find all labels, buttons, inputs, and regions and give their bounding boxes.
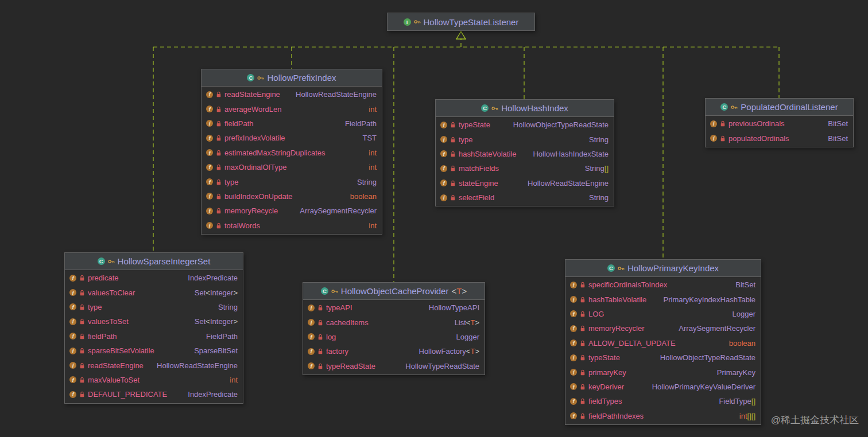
lock-icon: [580, 369, 586, 376]
field-row-log[interactable]: flogLogger: [303, 330, 485, 344]
field-type: BitSet: [828, 134, 848, 143]
field-row-valuesToSet[interactable]: fvaluesToSetSet<Integer>: [65, 314, 243, 329]
field-type: String: [589, 135, 609, 144]
lock-icon: [216, 150, 222, 156]
class-hollow-hash-index[interactable]: C HollowHashIndex ftypeStateHollowObject…: [435, 99, 614, 206]
field-icon: f: [69, 333, 76, 340]
field-row-estimatedMaxStringDuplicates[interactable]: festimatedMaxStringDuplicatesint: [202, 146, 382, 160]
class-icon: C: [720, 103, 728, 111]
field-type: int: [369, 221, 377, 230]
field-icon: f: [206, 208, 213, 214]
class-hollow-type-state-listener[interactable]: I HollowTypeStateListener: [387, 13, 535, 31]
field-row-typeReadState[interactable]: ftypeReadStateHollowTypeReadState: [303, 359, 485, 373]
lock-icon: [79, 290, 85, 296]
class-header[interactable]: C HollowObjectCacheProvider <T>: [303, 283, 485, 300]
field-row-maxValueToSet[interactable]: fmaxValueToSetint: [65, 373, 243, 387]
class-header[interactable]: C HollowSparseIntegerSet: [65, 253, 243, 270]
field-type: List<T>: [455, 318, 479, 327]
lock-icon: [317, 319, 323, 326]
lock-icon: [216, 208, 222, 214]
field-icon: f: [69, 318, 76, 325]
field-row-predicate[interactable]: fpredicateIndexPredicate: [65, 271, 243, 285]
field-row-type[interactable]: ftypeString: [65, 300, 243, 314]
class-hollow-prefix-index[interactable]: C HollowPrefixIndex freadStateEngineHoll…: [201, 69, 382, 235]
field-icon: f: [308, 319, 315, 326]
class-title: HollowPrefixIndex: [267, 73, 336, 83]
lock-icon: [317, 334, 323, 340]
field-type: HollowTypeAPI: [429, 303, 479, 312]
field-row-typeState[interactable]: ftypeStateHollowObjectTypeReadState: [436, 118, 614, 132]
field-type: HollowReadStateEngine: [296, 90, 377, 99]
class-header[interactable]: C HollowHashIndex: [436, 100, 614, 117]
field-row-type[interactable]: ftypeString: [436, 132, 614, 146]
field-icon: f: [308, 348, 315, 355]
field-name: ALLOW_DELTA_UPDATE: [588, 339, 676, 348]
field-row-DEFAULT_PREDICATE[interactable]: fDEFAULT_PREDICATEIndexPredicate: [65, 387, 243, 401]
field-row-fieldPath[interactable]: ffieldPathFieldPath: [65, 329, 243, 344]
class-header[interactable]: C HollowPrefixIndex: [202, 69, 382, 87]
field-name: memoryRecycle: [224, 206, 278, 215]
field-row-factory[interactable]: ffactoryHollowFactory<T>: [303, 344, 485, 358]
class-title: HollowObjectCacheProvider: [341, 286, 449, 296]
field-row-fieldTypes[interactable]: ffieldTypesFieldType[]: [565, 394, 761, 408]
field-row-fieldPathIndexes[interactable]: ffieldPathIndexesint[][]: [565, 409, 761, 423]
field-row-memoryRecycler[interactable]: fmemoryRecyclerArraySegmentRecycler: [565, 321, 761, 335]
field-icon: f: [570, 412, 577, 419]
field-name: maxOrdinalOfType: [224, 163, 286, 171]
field-row-sparseBitSetVolatile[interactable]: fsparseBitSetVolatileSparseBitSet: [65, 344, 243, 358]
field-row-fieldPath[interactable]: ffieldPathFieldPath: [202, 116, 382, 131]
field-row-populatedOrdinals[interactable]: fpopulatedOrdinalsBitSet: [706, 131, 853, 145]
field-row-buildIndexOnUpdate[interactable]: fbuildIndexOnUpdateboolean: [202, 189, 382, 204]
field-row-hashTableVolatile[interactable]: fhashTableVolatilePrimaryKeyIndexHashTab…: [565, 292, 761, 306]
lock-icon: [79, 377, 85, 383]
field-row-primaryKey[interactable]: fprimaryKeyPrimaryKey: [565, 365, 761, 379]
field-row-specificOrdinalsToIndex[interactable]: fspecificOrdinalsToIndexBitSet: [565, 278, 761, 292]
key-icon: [731, 104, 738, 111]
class-icon: C: [607, 264, 615, 272]
field-row-totalWords[interactable]: ftotalWordsint: [202, 219, 382, 233]
class-populated-ordinal-listener[interactable]: C PopulatedOrdinalListener fpreviousOrdi…: [705, 98, 854, 147]
field-type: SparseBitSet: [194, 346, 238, 355]
field-type: ArraySegmentRecycler: [300, 206, 377, 215]
field-icon: f: [206, 149, 213, 156]
field-type: String: [218, 303, 238, 311]
field-type: HollowObjectTypeReadState: [660, 353, 755, 362]
field-row-selectField[interactable]: fselectFieldString: [436, 190, 614, 205]
class-icon: C: [98, 257, 105, 265]
field-row-averageWordLen[interactable]: faverageWordLenint: [202, 102, 382, 116]
field-row-maxOrdinalOfType[interactable]: fmaxOrdinalOfTypeint: [202, 160, 382, 174]
class-hollow-object-cache-provider[interactable]: C HollowObjectCacheProvider <T> ftypeAPI…: [303, 282, 485, 375]
field-row-prefixIndexVolatile[interactable]: fprefixIndexVolatileTST: [202, 131, 382, 145]
field-row-type[interactable]: ftypeString: [202, 174, 382, 189]
field-row-typeState[interactable]: ftypeStateHollowObjectTypeReadState: [565, 350, 761, 365]
class-header[interactable]: I HollowTypeStateListener: [388, 13, 534, 30]
field-row-typeAPI[interactable]: ftypeAPIHollowTypeAPI: [303, 301, 485, 315]
field-row-readStateEngine[interactable]: freadStateEngineHollowReadStateEngine: [202, 87, 382, 102]
field-row-matchFields[interactable]: fmatchFieldsString[]: [436, 161, 614, 175]
class-header[interactable]: C PopulatedOrdinalListener: [706, 99, 853, 116]
field-list: ftypeStateHollowObjectTypeReadStateftype…: [436, 117, 614, 206]
field-icon: f: [570, 282, 577, 288]
field-type: int: [369, 105, 377, 114]
field-row-memoryRecycle[interactable]: fmemoryRecycleArraySegmentRecycler: [202, 204, 382, 218]
field-row-hashStateVolatile[interactable]: fhashStateVolatileHollowHashIndexState: [436, 147, 614, 161]
field-name: predicate: [88, 274, 118, 282]
field-row-previousOrdinals[interactable]: fpreviousOrdinalsBitSet: [706, 116, 853, 131]
key-icon: [618, 265, 625, 272]
field-row-keyDeriver[interactable]: fkeyDeriverHollowPrimaryKeyValueDeriver: [565, 380, 761, 394]
class-header[interactable]: C HollowPrimaryKeyIndex: [565, 260, 761, 277]
field-row-ALLOW_DELTA_UPDATE[interactable]: fALLOW_DELTA_UPDATEboolean: [565, 336, 761, 350]
diagram-canvas: { "colors": { "canvas_bg": "#282828", "b…: [0, 0, 868, 437]
lock-icon: [79, 333, 85, 340]
class-hollow-primary-key-index[interactable]: C HollowPrimaryKeyIndex fspecificOrdinal…: [565, 259, 761, 425]
field-row-valuesToClear[interactable]: fvaluesToClearSet<Integer>: [65, 285, 243, 299]
field-name: estimatedMaxStringDuplicates: [224, 149, 326, 157]
field-type: String: [589, 193, 609, 202]
lock-icon: [580, 384, 586, 390]
field-row-readStateEngine[interactable]: freadStateEngineHollowReadStateEngine: [65, 358, 243, 372]
class-hollow-sparse-integer-set[interactable]: C HollowSparseIntegerSet fpredicateIndex…: [64, 252, 243, 404]
field-row-LOG[interactable]: fLOGLogger: [565, 307, 761, 321]
field-row-cachedItems[interactable]: fcachedItemsList<T>: [303, 315, 485, 329]
field-type: HollowFactory<T>: [419, 347, 480, 356]
field-row-stateEngine[interactable]: fstateEngineHollowReadStateEngine: [436, 176, 614, 190]
